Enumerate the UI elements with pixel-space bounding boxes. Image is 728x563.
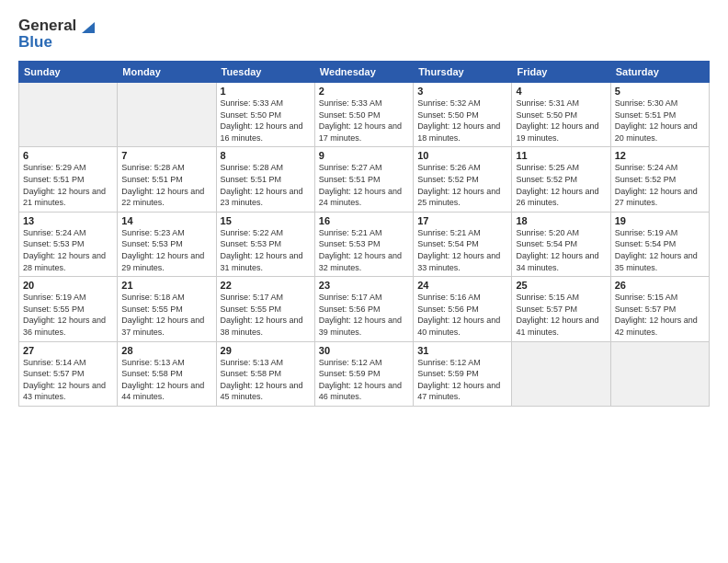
calendar-day-header: Tuesday	[216, 62, 314, 83]
day-info: Sunrise: 5:15 AMSunset: 5:57 PMDaylight:…	[615, 292, 705, 338]
day-number: 19	[615, 215, 705, 226]
day-number: 27	[23, 345, 113, 356]
day-info: Sunrise: 5:21 AMSunset: 5:54 PMDaylight:…	[417, 227, 507, 273]
calendar-cell	[19, 83, 118, 147]
calendar-cell: 19Sunrise: 5:19 AMSunset: 5:54 PMDayligh…	[610, 212, 709, 276]
calendar-day-header: Saturday	[610, 62, 709, 83]
calendar-cell: 24Sunrise: 5:16 AMSunset: 5:56 PMDayligh…	[414, 277, 512, 341]
calendar-cell: 14Sunrise: 5:23 AMSunset: 5:53 PMDayligh…	[118, 212, 216, 276]
page: General Blue SundayMondayTuesdayWednesda…	[0, 0, 728, 563]
day-info: Sunrise: 5:12 AMSunset: 5:59 PMDaylight:…	[319, 357, 409, 403]
calendar-cell: 30Sunrise: 5:12 AMSunset: 5:59 PMDayligh…	[314, 341, 413, 406]
day-info: Sunrise: 5:28 AMSunset: 5:51 PMDaylight:…	[221, 162, 311, 208]
calendar-cell: 13Sunrise: 5:24 AMSunset: 5:53 PMDayligh…	[19, 212, 118, 276]
calendar-cell: 16Sunrise: 5:21 AMSunset: 5:53 PMDayligh…	[314, 212, 413, 276]
day-info: Sunrise: 5:27 AMSunset: 5:51 PMDaylight:…	[319, 162, 409, 208]
day-number: 11	[516, 150, 606, 161]
calendar-day-header: Sunday	[19, 62, 118, 83]
calendar-cell: 15Sunrise: 5:22 AMSunset: 5:53 PMDayligh…	[216, 212, 314, 276]
day-number: 16	[319, 215, 409, 226]
day-number: 9	[319, 150, 409, 161]
calendar-cell	[610, 341, 709, 406]
calendar-cell: 31Sunrise: 5:12 AMSunset: 5:59 PMDayligh…	[414, 341, 512, 406]
day-number: 30	[319, 345, 409, 356]
day-number: 23	[319, 280, 409, 291]
logo-icon	[78, 17, 95, 33]
day-info: Sunrise: 5:16 AMSunset: 5:56 PMDaylight:…	[417, 292, 507, 338]
day-number: 20	[23, 280, 113, 291]
day-info: Sunrise: 5:24 AMSunset: 5:52 PMDaylight:…	[615, 162, 705, 208]
calendar-cell: 28Sunrise: 5:13 AMSunset: 5:58 PMDayligh…	[118, 341, 216, 406]
day-info: Sunrise: 5:26 AMSunset: 5:52 PMDaylight:…	[417, 162, 507, 208]
calendar-cell: 6Sunrise: 5:29 AMSunset: 5:51 PMDaylight…	[19, 147, 118, 212]
calendar-cell: 12Sunrise: 5:24 AMSunset: 5:52 PMDayligh…	[610, 147, 709, 212]
day-info: Sunrise: 5:21 AMSunset: 5:53 PMDaylight:…	[319, 227, 409, 273]
day-info: Sunrise: 5:15 AMSunset: 5:57 PMDaylight:…	[516, 292, 606, 338]
day-number: 24	[417, 280, 507, 291]
svg-marker-0	[82, 22, 95, 33]
calendar-table: SundayMondayTuesdayWednesdayThursdayFrid…	[18, 61, 710, 407]
day-info: Sunrise: 5:29 AMSunset: 5:51 PMDaylight:…	[23, 162, 113, 208]
day-number: 13	[23, 215, 113, 226]
header: General Blue	[18, 17, 710, 52]
day-info: Sunrise: 5:13 AMSunset: 5:58 PMDaylight:…	[221, 357, 311, 403]
day-number: 1	[221, 86, 311, 97]
day-number: 25	[516, 280, 606, 291]
day-number: 3	[417, 86, 507, 97]
day-info: Sunrise: 5:31 AMSunset: 5:50 PMDaylight:…	[516, 98, 606, 144]
logo-blue-text: Blue	[18, 33, 52, 52]
day-number: 15	[221, 215, 311, 226]
day-info: Sunrise: 5:23 AMSunset: 5:53 PMDaylight:…	[121, 227, 211, 273]
calendar-week-row: 6Sunrise: 5:29 AMSunset: 5:51 PMDaylight…	[19, 147, 710, 212]
day-info: Sunrise: 5:30 AMSunset: 5:51 PMDaylight:…	[615, 98, 705, 144]
calendar-cell: 20Sunrise: 5:19 AMSunset: 5:55 PMDayligh…	[19, 277, 118, 341]
calendar-cell: 25Sunrise: 5:15 AMSunset: 5:57 PMDayligh…	[512, 277, 610, 341]
day-info: Sunrise: 5:33 AMSunset: 5:50 PMDaylight:…	[319, 98, 409, 144]
day-number: 29	[221, 345, 311, 356]
day-info: Sunrise: 5:17 AMSunset: 5:56 PMDaylight:…	[319, 292, 409, 338]
calendar-day-header: Friday	[512, 62, 610, 83]
day-info: Sunrise: 5:33 AMSunset: 5:50 PMDaylight:…	[221, 98, 311, 144]
day-info: Sunrise: 5:14 AMSunset: 5:57 PMDaylight:…	[23, 357, 113, 403]
calendar-cell: 9Sunrise: 5:27 AMSunset: 5:51 PMDaylight…	[314, 147, 413, 212]
day-number: 22	[221, 280, 311, 291]
day-number: 12	[615, 150, 705, 161]
day-info: Sunrise: 5:25 AMSunset: 5:52 PMDaylight:…	[516, 162, 606, 208]
calendar-week-row: 27Sunrise: 5:14 AMSunset: 5:57 PMDayligh…	[19, 341, 710, 406]
day-number: 26	[615, 280, 705, 291]
day-number: 31	[417, 345, 507, 356]
calendar-cell: 10Sunrise: 5:26 AMSunset: 5:52 PMDayligh…	[414, 147, 512, 212]
calendar-day-header: Thursday	[414, 62, 512, 83]
calendar-cell: 3Sunrise: 5:32 AMSunset: 5:50 PMDaylight…	[414, 83, 512, 147]
day-number: 18	[516, 215, 606, 226]
calendar-week-row: 1Sunrise: 5:33 AMSunset: 5:50 PMDaylight…	[19, 83, 710, 147]
calendar-cell: 8Sunrise: 5:28 AMSunset: 5:51 PMDaylight…	[216, 147, 314, 212]
calendar-cell: 4Sunrise: 5:31 AMSunset: 5:50 PMDaylight…	[512, 83, 610, 147]
day-number: 17	[417, 215, 507, 226]
day-info: Sunrise: 5:20 AMSunset: 5:54 PMDaylight:…	[516, 227, 606, 273]
calendar-cell: 11Sunrise: 5:25 AMSunset: 5:52 PMDayligh…	[512, 147, 610, 212]
day-number: 28	[121, 345, 211, 356]
day-number: 21	[121, 280, 211, 291]
calendar-day-header: Monday	[118, 62, 216, 83]
day-info: Sunrise: 5:19 AMSunset: 5:55 PMDaylight:…	[23, 292, 113, 338]
calendar-week-row: 20Sunrise: 5:19 AMSunset: 5:55 PMDayligh…	[19, 277, 710, 341]
calendar-week-row: 13Sunrise: 5:24 AMSunset: 5:53 PMDayligh…	[19, 212, 710, 276]
day-info: Sunrise: 5:17 AMSunset: 5:55 PMDaylight:…	[221, 292, 311, 338]
day-number: 8	[221, 150, 311, 161]
day-info: Sunrise: 5:28 AMSunset: 5:51 PMDaylight:…	[121, 162, 211, 208]
day-number: 14	[121, 215, 211, 226]
day-info: Sunrise: 5:18 AMSunset: 5:55 PMDaylight:…	[121, 292, 211, 338]
calendar-cell: 2Sunrise: 5:33 AMSunset: 5:50 PMDaylight…	[314, 83, 413, 147]
day-number: 5	[615, 86, 705, 97]
calendar-cell: 7Sunrise: 5:28 AMSunset: 5:51 PMDaylight…	[118, 147, 216, 212]
calendar-cell: 23Sunrise: 5:17 AMSunset: 5:56 PMDayligh…	[314, 277, 413, 341]
day-number: 6	[23, 150, 113, 161]
calendar-cell: 22Sunrise: 5:17 AMSunset: 5:55 PMDayligh…	[216, 277, 314, 341]
day-info: Sunrise: 5:32 AMSunset: 5:50 PMDaylight:…	[417, 98, 507, 144]
calendar-cell	[512, 341, 610, 406]
logo-general-text: General	[18, 17, 76, 35]
calendar-header-row: SundayMondayTuesdayWednesdayThursdayFrid…	[19, 62, 710, 83]
calendar-cell: 17Sunrise: 5:21 AMSunset: 5:54 PMDayligh…	[414, 212, 512, 276]
calendar-cell: 5Sunrise: 5:30 AMSunset: 5:51 PMDaylight…	[610, 83, 709, 147]
